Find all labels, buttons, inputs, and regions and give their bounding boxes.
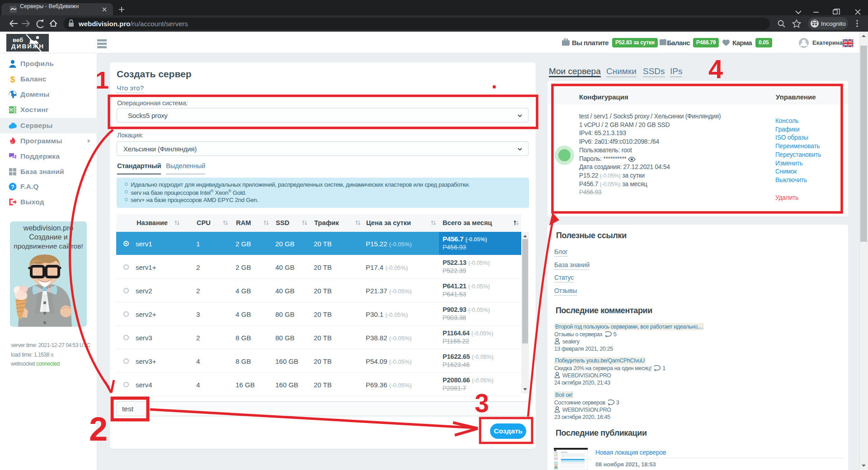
svg-text:веб: веб	[13, 37, 23, 43]
svg-text:Создание и: Создание и	[29, 233, 68, 241]
svg-text:$: $	[10, 75, 15, 83]
svg-text:Incognito: Incognito	[821, 20, 846, 27]
svg-text:webdivision.pro: webdivision.pro	[23, 224, 73, 232]
svg-text:?: ?	[11, 183, 14, 190]
svg-text:продвижение сайтов!: продвижение сайтов!	[14, 242, 83, 250]
